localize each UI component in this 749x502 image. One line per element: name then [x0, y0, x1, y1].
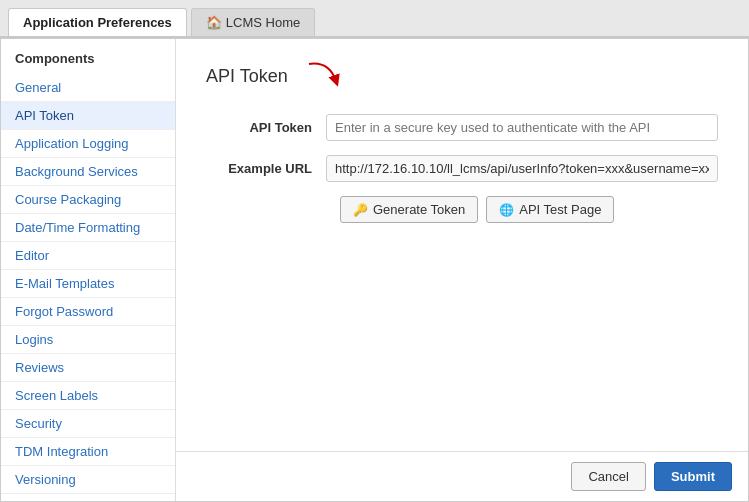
sidebar-item-api-token[interactable]: API Token	[1, 102, 175, 130]
sidebar-item-logins[interactable]: Logins	[1, 326, 175, 354]
api-test-page-button[interactable]: 🌐 API Test Page	[486, 196, 614, 223]
submit-button[interactable]: Submit	[654, 462, 732, 491]
tab-lcms-home[interactable]: 🏠LCMS Home	[191, 8, 315, 36]
tab-app-preferences-label: Application Preferences	[23, 15, 172, 30]
cancel-button[interactable]: Cancel	[571, 462, 645, 491]
sidebar-item-email-templates[interactable]: E-Mail Templates	[1, 270, 175, 298]
globe-icon: 🌐	[499, 203, 514, 217]
sidebar: Components General API Token Application…	[1, 39, 176, 501]
example-url-row: Example URL	[206, 155, 718, 182]
sidebar-item-editor[interactable]: Editor	[1, 242, 175, 270]
sidebar-item-forgot-password[interactable]: Forgot Password	[1, 298, 175, 326]
main-container: Components General API Token Application…	[0, 38, 749, 502]
tab-lcms-home-label: LCMS Home	[226, 15, 300, 30]
sidebar-item-security[interactable]: Security	[1, 410, 175, 438]
api-token-input[interactable]	[326, 114, 718, 141]
key-icon: 🔑	[353, 203, 368, 217]
example-url-input[interactable]	[326, 155, 718, 182]
api-token-row: API Token	[206, 114, 718, 141]
sidebar-item-datetime-formatting[interactable]: Date/Time Formatting	[1, 214, 175, 242]
content-area: API Token API Token Example URL	[176, 39, 748, 501]
generate-token-button[interactable]: 🔑 Generate Token	[340, 196, 478, 223]
action-buttons-row: 🔑 Generate Token 🌐 API Test Page	[340, 196, 718, 223]
sidebar-section-title: Components	[1, 51, 175, 74]
api-token-label: API Token	[206, 120, 326, 135]
sidebar-item-tdm-integration[interactable]: TDM Integration	[1, 438, 175, 466]
content-title: API Token	[206, 59, 718, 94]
example-url-label: Example URL	[206, 161, 326, 176]
sidebar-item-background-services[interactable]: Background Services	[1, 158, 175, 186]
sidebar-item-application-logging[interactable]: Application Logging	[1, 130, 175, 158]
sidebar-item-general[interactable]: General	[1, 74, 175, 102]
sidebar-item-course-packaging[interactable]: Course Packaging	[1, 186, 175, 214]
tab-app-preferences[interactable]: Application Preferences	[8, 8, 187, 36]
tab-bar: Application Preferences 🏠LCMS Home	[0, 0, 749, 38]
sidebar-item-versioning[interactable]: Versioning	[1, 466, 175, 494]
footer-bar: Cancel Submit	[176, 451, 748, 501]
home-icon: 🏠	[206, 15, 222, 30]
sidebar-item-reviews[interactable]: Reviews	[1, 354, 175, 382]
sidebar-item-screen-labels[interactable]: Screen Labels	[1, 382, 175, 410]
arrow-annotation	[304, 59, 344, 94]
